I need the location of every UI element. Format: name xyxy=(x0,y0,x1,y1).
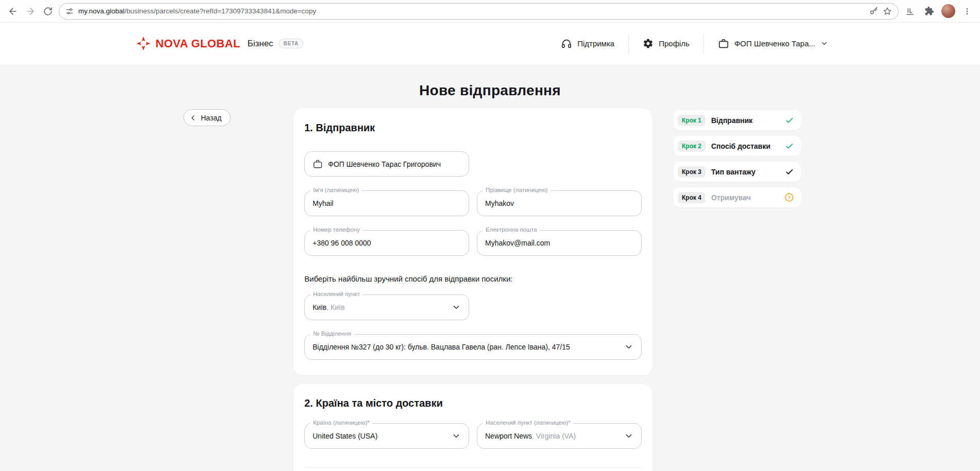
back-icon[interactable] xyxy=(4,3,22,20)
back-button[interactable]: Назад xyxy=(183,109,231,126)
browser-menu-icon[interactable] xyxy=(958,3,976,20)
extensions-puzzle-icon[interactable] xyxy=(920,3,938,20)
chevron-down-icon xyxy=(452,431,461,441)
brand-name: NOVA GLOBAL xyxy=(156,37,240,50)
url-host: my.nova.global xyxy=(78,7,125,15)
step-3-badge: Крок 3 xyxy=(678,166,706,178)
step-2-label: Спосіб доставки xyxy=(711,142,779,150)
app-header: NOVA GLOBAL Бізнес BETA Підтримка Профіл… xyxy=(0,23,980,64)
destination-city-value: Newport News, Virginia (VA) xyxy=(485,432,576,440)
bookmark-star-icon[interactable] xyxy=(883,7,892,16)
sender-city-select[interactable]: Населений пункт Київ, Київ xyxy=(304,294,469,320)
chevron-down-icon xyxy=(624,342,633,352)
check-icon xyxy=(785,116,794,125)
briefcase-icon xyxy=(313,159,323,169)
chevron-down-icon xyxy=(820,40,828,47)
sender-section-title: 1. Відправник xyxy=(304,122,642,134)
first-name-label: Ім'я (латиницею) xyxy=(311,187,362,193)
branch-value: Відділення №327 (до 30 кг): бульв. Вацла… xyxy=(313,343,570,351)
support-label: Підтримка xyxy=(577,39,614,48)
last-name-value: Myhakov xyxy=(485,199,514,207)
sender-company-value: ФОП Шевченко Тарас Григорович xyxy=(328,160,441,168)
branch-label: № Відділення xyxy=(311,330,354,337)
check-icon xyxy=(785,142,794,151)
site-settings-icon[interactable] xyxy=(65,7,74,15)
destination-city-region: , Virginia (VA) xyxy=(532,432,576,440)
svg-text:?: ? xyxy=(788,195,791,200)
country-label: Країна (латиницею)* xyxy=(311,420,372,426)
page-title: Нове відправлення xyxy=(0,82,980,99)
step-2-badge: Крок 2 xyxy=(678,141,706,152)
step-3-cargo-type[interactable]: Крок 3 Тип вантажу xyxy=(674,162,801,182)
email-value: Myhakov@mail.com xyxy=(485,239,550,247)
step-1-badge: Крок 1 xyxy=(678,115,706,126)
avatar xyxy=(941,4,955,18)
support-button[interactable]: Підтримка xyxy=(547,38,628,49)
brand-product: Бізнес xyxy=(248,39,273,49)
email-label: Електронна пошта xyxy=(483,226,540,233)
sender-company-field[interactable]: ФОП Шевченко Тарас Григорович xyxy=(304,151,469,177)
phone-field[interactable]: Номер телефону +380 96 008 0000 xyxy=(304,230,469,256)
destination-card: 2. Країна та місто доставки Країна (лати… xyxy=(294,384,652,471)
sender-city-main: Київ xyxy=(313,303,326,311)
last-name-label: Прізвище (латиницею) xyxy=(483,187,550,193)
sender-city-value: Київ, Київ xyxy=(313,303,345,311)
headphones-icon xyxy=(561,38,572,49)
step-4-badge: Крок 4 xyxy=(678,192,706,203)
country-value: United States (USA) xyxy=(313,432,377,440)
first-name-value: Myhail xyxy=(313,199,333,207)
steps-panel: Крок 1 Відправник Крок 2 Спосіб доставки… xyxy=(674,110,801,207)
email-field[interactable]: Електронна пошта Myhakov@mail.com xyxy=(477,230,642,256)
first-name-field[interactable]: Ім'я (латиницею) Myhail xyxy=(304,190,469,216)
step-2-delivery-method[interactable]: Крок 2 Спосіб доставки xyxy=(674,136,801,156)
password-key-icon[interactable] xyxy=(869,7,878,15)
sender-city-region: , Київ xyxy=(326,303,345,311)
url-text[interactable]: my.nova.global/business/parcels/create?r… xyxy=(78,7,865,15)
chevron-left-icon xyxy=(190,114,197,121)
refresh-icon[interactable] xyxy=(39,3,57,20)
profile-label: Профіль xyxy=(659,39,690,48)
browser-toolbar: my.nova.global/business/parcels/create?r… xyxy=(0,0,980,23)
check-icon xyxy=(785,167,794,177)
sender-card: 1. Відправник ФОП Шевченко Тарас Григоро… xyxy=(294,109,652,375)
destination-city-main: Newport News xyxy=(485,432,532,440)
sender-city-label: Населений пункт xyxy=(311,291,363,297)
step-4-label: Отримувач xyxy=(711,194,779,202)
destination-city-label: Населений пункт (латиницею)* xyxy=(483,420,573,426)
destination-city-select[interactable]: Населений пункт (латиницею)* Newport New… xyxy=(477,423,642,449)
step-4-recipient[interactable]: Крок 4 Отримувач ? xyxy=(674,187,801,207)
last-name-field[interactable]: Прізвище (латиницею) Myhakov xyxy=(477,190,642,216)
form-column: 1. Відправник ФОП Шевченко Тарас Григоро… xyxy=(294,109,652,471)
forward-icon[interactable] xyxy=(22,3,39,20)
step-1-label: Відправник xyxy=(711,116,779,125)
step-1-sender[interactable]: Крок 1 Відправник xyxy=(674,110,801,130)
header-nav: Підтримка Профіль ФОП Шевченко Тара... xyxy=(547,23,842,64)
phone-label: Номер телефону xyxy=(311,226,363,233)
country-select[interactable]: Країна (латиницею)* United States (USA) xyxy=(304,423,469,449)
nova-logo-icon xyxy=(136,37,150,50)
translate-extension-icon[interactable] xyxy=(901,3,919,20)
phone-value: +380 96 008 0000 xyxy=(313,239,371,247)
url-bar[interactable]: my.nova.global/business/parcels/create?r… xyxy=(59,3,899,20)
url-path: /business/parcels/create?refId=173097333… xyxy=(125,7,316,15)
question-icon: ? xyxy=(784,193,794,202)
back-label: Назад xyxy=(201,114,221,122)
account-selector[interactable]: ФОП Шевченко Тара... xyxy=(704,38,842,49)
profile-button[interactable]: Профіль xyxy=(629,38,703,49)
gear-icon xyxy=(643,38,654,49)
step-3-label: Тип вантажу xyxy=(711,168,779,176)
destination-section-title: 2. Країна та місто доставки xyxy=(304,397,642,409)
beta-badge: BETA xyxy=(279,39,304,48)
branch-select[interactable]: № Відділення Відділення №327 (до 30 кг):… xyxy=(304,334,642,360)
chevron-down-icon xyxy=(624,431,633,441)
profile-avatar[interactable] xyxy=(939,3,957,20)
account-name: ФОП Шевченко Тара... xyxy=(734,39,815,48)
chevron-down-icon xyxy=(452,303,461,312)
send-method-hint: Виберіть найбільш зручний спосіб для від… xyxy=(304,274,642,283)
section-divider xyxy=(304,467,642,468)
brand[interactable]: NOVA GLOBAL Бізнес BETA xyxy=(136,23,303,64)
briefcase-icon xyxy=(718,38,729,49)
